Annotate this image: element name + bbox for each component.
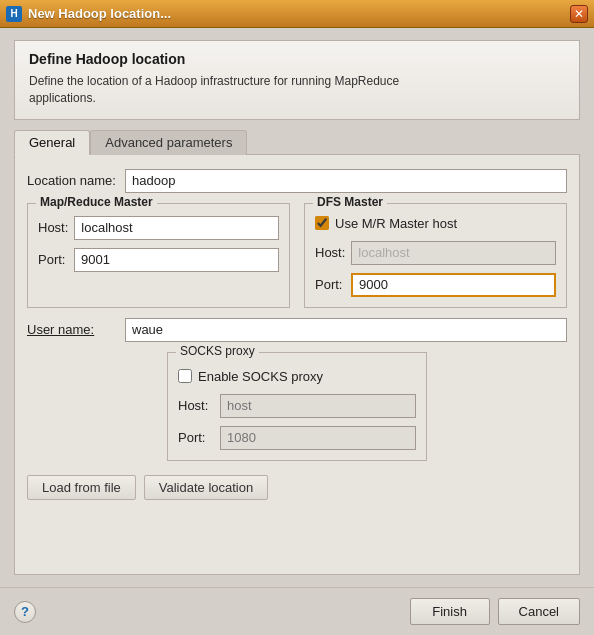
socks-port-label: Port:	[178, 430, 214, 445]
dfs-inner: Use M/R Master host Host: Port:	[315, 216, 556, 297]
tab-container: General Advanced parameters Location nam…	[14, 130, 580, 575]
title-bar: H New Hadoop location... ✕	[0, 0, 594, 28]
mapreduce-host-input[interactable]	[74, 216, 279, 240]
mapreduce-inner: Host: Port:	[38, 216, 279, 272]
header-desc: Define the location of a Hadoop infrastr…	[29, 73, 565, 107]
dfs-port-label: Port:	[315, 277, 345, 292]
location-name-label: Location name:	[27, 173, 117, 188]
socks-wrapper: SOCKS proxy Enable SOCKS proxy Host: Por…	[27, 352, 567, 461]
use-mr-host-label: Use M/R Master host	[335, 216, 457, 231]
use-mr-host-checkbox[interactable]	[315, 216, 329, 230]
socks-inner: Enable SOCKS proxy Host: Port:	[178, 369, 416, 450]
username-input[interactable]	[125, 318, 567, 342]
mapreduce-port-row: Port:	[38, 248, 279, 272]
enable-socks-label: Enable SOCKS proxy	[198, 369, 323, 384]
socks-group: SOCKS proxy Enable SOCKS proxy Host: Por…	[167, 352, 427, 461]
username-row: User name:	[27, 318, 567, 342]
dfs-checkbox-row: Use M/R Master host	[315, 216, 556, 231]
bottom-bar: ? Finish Cancel	[0, 587, 594, 635]
title-bar-title: New Hadoop location...	[28, 6, 171, 21]
dfs-group: DFS Master Use M/R Master host Host: Por…	[304, 203, 567, 308]
mapreduce-port-input[interactable]	[74, 248, 279, 272]
validate-location-button[interactable]: Validate location	[144, 475, 268, 500]
enable-socks-checkbox[interactable]	[178, 369, 192, 383]
tab-advanced[interactable]: Advanced parameters	[90, 130, 247, 155]
master-section: Map/Reduce Master Host: Port:	[27, 203, 567, 308]
tabs: General Advanced parameters	[14, 130, 580, 155]
help-button[interactable]: ?	[14, 601, 36, 623]
socks-host-row: Host:	[178, 394, 416, 418]
close-button[interactable]: ✕	[570, 5, 588, 23]
dfs-port-input[interactable]	[351, 273, 556, 297]
dfs-host-input[interactable]	[351, 241, 556, 265]
dfs-host-row: Host:	[315, 241, 556, 265]
form-panel: Location name: Map/Reduce Master Host: P…	[14, 154, 580, 575]
title-bar-left: H New Hadoop location...	[6, 6, 171, 22]
header-section: Define Hadoop location Define the locati…	[14, 40, 580, 120]
dfs-host-label: Host:	[315, 245, 345, 260]
load-from-file-button[interactable]: Load from file	[27, 475, 136, 500]
location-name-input[interactable]	[125, 169, 567, 193]
mapreduce-group: Map/Reduce Master Host: Port:	[27, 203, 290, 308]
dfs-group-title: DFS Master	[313, 195, 387, 209]
location-name-row: Location name:	[27, 169, 567, 193]
socks-host-label: Host:	[178, 398, 214, 413]
mapreduce-host-row: Host:	[38, 216, 279, 240]
form-buttons: Load from file Validate location	[27, 475, 567, 500]
main-content: Define Hadoop location Define the locati…	[0, 28, 594, 587]
cancel-button[interactable]: Cancel	[498, 598, 580, 625]
socks-port-input[interactable]	[220, 426, 416, 450]
header-title: Define Hadoop location	[29, 51, 565, 67]
socks-host-input[interactable]	[220, 394, 416, 418]
username-label: User name:	[27, 322, 117, 337]
enable-socks-row: Enable SOCKS proxy	[178, 369, 416, 384]
bottom-right-buttons: Finish Cancel	[410, 598, 580, 625]
mapreduce-group-title: Map/Reduce Master	[36, 195, 157, 209]
mapreduce-port-label: Port:	[38, 252, 68, 267]
socks-group-title: SOCKS proxy	[176, 344, 259, 358]
dfs-port-row: Port:	[315, 273, 556, 297]
mapreduce-host-label: Host:	[38, 220, 68, 235]
tab-general[interactable]: General	[14, 130, 90, 155]
finish-button[interactable]: Finish	[410, 598, 490, 625]
socks-port-row: Port:	[178, 426, 416, 450]
app-icon: H	[6, 6, 22, 22]
